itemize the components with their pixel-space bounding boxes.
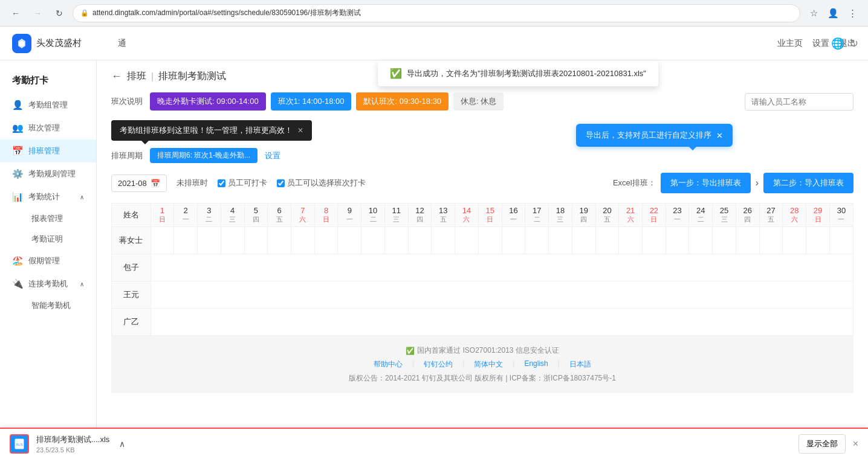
breadcrumb-section: 排班 — [127, 70, 146, 83]
cycle-setting-link[interactable]: 设置 — [265, 150, 280, 161]
cell-1-21[interactable] — [619, 227, 643, 254]
date-4: 4三 — [221, 204, 244, 227]
arrow-right-icon: › — [756, 178, 759, 188]
tooltip-container: 考勤组排班移到这里啦！统一管理，排班更高效！ ✕ — [111, 120, 853, 141]
date-6: 6五 — [268, 204, 291, 227]
cell-1-19[interactable] — [572, 227, 595, 254]
cell-1-3[interactable] — [198, 227, 221, 254]
badge-rest[interactable]: 休息: 休息 — [453, 92, 504, 111]
cell-1-5[interactable] — [244, 227, 268, 254]
cell-1-29[interactable] — [806, 227, 830, 254]
main-layout: 考勤打卡 👤 考勤组管理 👥 班次管理 📅 排班管理 ⚙️ 考勤规则管理 📊 考… — [0, 60, 868, 459]
sidebar-item-attendance-machine[interactable]: 🔌 连接考勤机 ∧ — [0, 272, 96, 295]
cell-1-7[interactable] — [291, 227, 314, 254]
date-2: 2一 — [174, 204, 198, 227]
badge-late-shift[interactable]: 晚走外勤卡测试: 09:00-14:00 — [150, 92, 266, 111]
sidebar-item-shift-management[interactable]: 👥 班次管理 — [0, 117, 96, 140]
refresh-button[interactable]: ↻ — [51, 5, 68, 22]
badge-shift1[interactable]: 班次1: 14:00-18:00 — [271, 92, 352, 111]
employee-search-input[interactable] — [745, 93, 853, 111]
month-picker[interactable]: 2021-08 📅 — [111, 175, 167, 192]
badge-default-shift[interactable]: 默认班次: 09:30-18:30 — [356, 92, 449, 111]
cell-1-25[interactable] — [713, 227, 736, 254]
sidebar-item-attendance-cert[interactable]: 考勤证明 — [12, 229, 96, 249]
expand-arrow2-icon: ∧ — [80, 281, 84, 287]
date-17: 17二 — [525, 204, 549, 227]
attendance-stats-icon: 📊 — [12, 191, 24, 202]
sidebar-label-holidays: 假期管理 — [28, 255, 60, 266]
nav-tong[interactable]: 通 — [118, 36, 126, 51]
toast-message: 导出成功，文件名为"排班制考勤测试排班表20210801-20210831.xl… — [407, 68, 646, 79]
download-actions: 显示全部 × — [798, 434, 858, 454]
cell-1-27[interactable] — [759, 227, 783, 254]
show-all-button[interactable]: 显示全部 — [798, 434, 846, 454]
check-circle-icon: ✅ — [390, 68, 402, 79]
forward-button[interactable]: → — [29, 5, 46, 22]
sidebar-label-attendance-group: 考勤组管理 — [28, 100, 68, 111]
cell-1-13[interactable] — [432, 227, 455, 254]
cell-1-9[interactable] — [338, 227, 361, 254]
cell-1-26[interactable] — [736, 227, 759, 254]
profile-button[interactable]: 👤 — [824, 5, 841, 22]
back-arrow-icon[interactable]: ← — [111, 70, 122, 83]
cell-1-10[interactable] — [361, 227, 385, 254]
cell-1-20[interactable] — [595, 227, 619, 254]
cell-1-24[interactable] — [689, 227, 713, 254]
tooltip-close-icon[interactable]: ✕ — [297, 126, 303, 135]
app-nav: 通 — [118, 36, 126, 51]
checkbox-choose-shift[interactable] — [277, 179, 285, 187]
calendar-table: 姓名 1日 2一 3二 4三 5四 6五 7六 8日 9一 10二 11三 12… — [111, 203, 853, 336]
cell-1-28[interactable] — [783, 227, 806, 254]
cell-1-18[interactable] — [549, 227, 572, 254]
cell-1-1[interactable] — [151, 227, 174, 254]
cell-1-6[interactable] — [268, 227, 291, 254]
sidebar-item-smart-machine[interactable]: 智能考勤机 — [12, 295, 96, 316]
close-download-button[interactable]: × — [853, 438, 858, 449]
date-10: 10二 — [361, 204, 385, 227]
cell-1-12[interactable] — [408, 227, 432, 254]
simplified-chinese-link[interactable]: 简体中文 — [474, 359, 503, 370]
bookmark-button[interactable]: ☆ — [805, 5, 822, 22]
date-25: 25三 — [713, 204, 736, 227]
cell-1-30[interactable] — [829, 227, 853, 254]
cell-1-22[interactable] — [643, 227, 666, 254]
location-icon[interactable]: 🌐 — [831, 37, 844, 50]
cell-1-14[interactable] — [455, 227, 479, 254]
cell-1-4[interactable] — [221, 227, 244, 254]
export-tooltip-close[interactable]: ✕ — [716, 131, 723, 140]
back-button[interactable]: ← — [7, 5, 24, 22]
sidebar-item-attendance-group[interactable]: 👤 考勤组管理 — [0, 94, 96, 117]
cell-1-15[interactable] — [478, 227, 502, 254]
cycle-badge[interactable]: 排班周期6: 班次1-晚走外勤... — [150, 148, 257, 163]
date-9: 9一 — [338, 204, 361, 227]
sidebar-item-attendance-rules[interactable]: ⚙️ 考勤规则管理 — [0, 162, 96, 185]
cell-1-2[interactable] — [174, 227, 198, 254]
download-expand-icon[interactable]: ∧ — [119, 439, 125, 449]
address-bar[interactable]: 🔒 attend.dingtalk.com/admin/portal/oa#/s… — [73, 4, 800, 22]
sidebar-item-attendance-stats[interactable]: 📊 考勤统计 ∧ — [0, 185, 96, 208]
cell-1-16[interactable] — [502, 227, 525, 254]
employee-name-1: 蒋女士 — [112, 227, 151, 254]
cell-1-8[interactable] — [314, 227, 338, 254]
sidebar-label-attendance-stats: 考勤统计 — [28, 191, 60, 202]
refresh-app-icon[interactable]: ↻ — [849, 37, 858, 50]
import-schedule-button[interactable]: 第二步：导入排班表 — [763, 173, 853, 193]
cell-1-17[interactable] — [525, 227, 549, 254]
help-center-link[interactable]: 帮助中心 — [374, 359, 403, 370]
export-schedule-button[interactable]: 第一步：导出排班表 — [661, 173, 751, 193]
cell-1-11[interactable] — [384, 227, 408, 254]
sidebar-item-reports[interactable]: 报表管理 — [12, 208, 96, 229]
export-tooltip: 导出后，支持对员工进行自定义排序 ✕ — [576, 124, 733, 147]
menu-button[interactable]: ⋮ — [844, 5, 861, 22]
nav-settings[interactable]: 设置 — [812, 38, 829, 49]
english-link[interactable]: English — [524, 359, 548, 370]
sidebar-item-holidays[interactable]: 🏖️ 假期管理 — [0, 249, 96, 272]
cell-1-23[interactable] — [666, 227, 689, 254]
sidebar-label-attendance-machine: 连接考勤机 — [28, 278, 68, 289]
sidebar-item-schedule-management[interactable]: 📅 排班管理 — [0, 140, 96, 162]
dingtalk-agreement-link[interactable]: 钉钉公约 — [424, 359, 453, 370]
nav-home[interactable]: 业主页 — [777, 38, 803, 49]
date-13: 13五 — [432, 204, 455, 227]
japanese-link[interactable]: 日本語 — [569, 359, 591, 370]
checkbox-punchable[interactable] — [218, 179, 225, 187]
